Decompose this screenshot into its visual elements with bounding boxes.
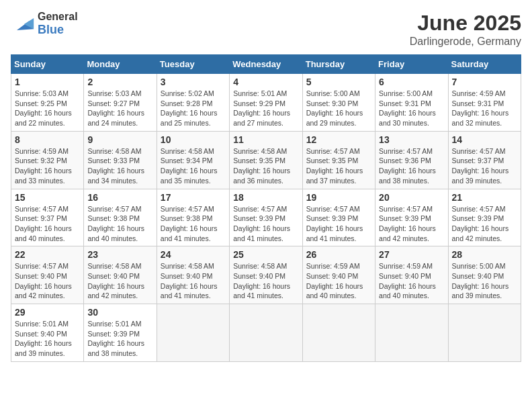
week-row-3: 15Sunrise: 4:57 AMSunset: 9:37 PMDayligh…: [11, 189, 521, 246]
day-info-14: Sunrise: 4:57 AMSunset: 9:37 PMDaylight:…: [452, 146, 517, 186]
week-row-1: 1Sunrise: 5:03 AMSunset: 9:25 PMDaylight…: [11, 74, 521, 132]
day-cell-3: 3Sunrise: 5:02 AMSunset: 9:28 PMDaylight…: [157, 74, 229, 132]
header-saturday: Saturday: [448, 55, 521, 74]
empty-cell: [448, 304, 521, 362]
day-number-23: 23: [87, 249, 152, 260]
day-number-25: 25: [233, 249, 298, 260]
day-cell-10: 10Sunrise: 4:58 AMSunset: 9:34 PMDayligh…: [157, 131, 229, 189]
day-number-2: 2: [87, 77, 152, 87]
day-cell-7: 7Sunrise: 4:59 AMSunset: 9:31 PMDaylight…: [448, 74, 521, 132]
day-info-8: Sunrise: 4:59 AMSunset: 9:32 PMDaylight:…: [15, 146, 80, 186]
empty-cell: [302, 304, 375, 362]
day-number-5: 5: [306, 77, 371, 87]
header-wednesday: Wednesday: [230, 55, 302, 74]
day-cell-19: 19Sunrise: 4:57 AMSunset: 9:39 PMDayligh…: [302, 189, 375, 246]
day-cell-18: 18Sunrise: 4:57 AMSunset: 9:39 PMDayligh…: [230, 189, 302, 246]
day-cell-21: 21Sunrise: 4:57 AMSunset: 9:39 PMDayligh…: [448, 189, 521, 246]
day-info-25: Sunrise: 4:58 AMSunset: 9:40 PMDaylight:…: [233, 261, 298, 301]
day-number-18: 18: [233, 192, 298, 203]
day-info-12: Sunrise: 4:57 AMSunset: 9:35 PMDaylight:…: [306, 146, 371, 186]
day-cell-4: 4Sunrise: 5:01 AMSunset: 9:29 PMDaylight…: [230, 74, 302, 132]
day-number-21: 21: [452, 192, 517, 203]
day-number-7: 7: [452, 77, 517, 87]
day-cell-11: 11Sunrise: 4:58 AMSunset: 9:35 PMDayligh…: [230, 131, 302, 189]
day-info-9: Sunrise: 4:58 AMSunset: 9:33 PMDaylight:…: [87, 146, 152, 186]
empty-cell: [375, 304, 448, 362]
logo-text: General Blue: [38, 11, 78, 37]
day-number-29: 29: [15, 307, 80, 318]
day-info-11: Sunrise: 4:58 AMSunset: 9:35 PMDaylight:…: [233, 146, 298, 186]
day-info-19: Sunrise: 4:57 AMSunset: 9:39 PMDaylight:…: [306, 204, 371, 244]
day-number-27: 27: [379, 249, 444, 260]
day-cell-23: 23Sunrise: 4:58 AMSunset: 9:40 PMDayligh…: [84, 246, 157, 304]
day-number-8: 8: [15, 134, 80, 145]
day-cell-24: 24Sunrise: 4:58 AMSunset: 9:40 PMDayligh…: [157, 246, 229, 304]
logo-blue-text: Blue: [38, 23, 78, 37]
day-number-28: 28: [452, 249, 517, 260]
logo-general-text: General: [38, 11, 78, 23]
day-info-26: Sunrise: 4:59 AMSunset: 9:40 PMDaylight:…: [306, 261, 371, 301]
calendar: Sunday Monday Tuesday Wednesday Thursday…: [11, 54, 521, 362]
day-number-11: 11: [233, 134, 298, 145]
day-number-26: 26: [306, 249, 371, 260]
header: General Blue June 2025 Darlingerode, Ger…: [11, 11, 521, 48]
weekday-header-row: Sunday Monday Tuesday Wednesday Thursday…: [11, 55, 521, 74]
day-info-17: Sunrise: 4:57 AMSunset: 9:38 PMDaylight:…: [161, 204, 226, 244]
logo-icon: [11, 12, 35, 36]
day-info-27: Sunrise: 4:59 AMSunset: 9:40 PMDaylight:…: [379, 261, 444, 301]
day-number-17: 17: [161, 192, 226, 203]
day-info-18: Sunrise: 4:57 AMSunset: 9:39 PMDaylight:…: [233, 204, 298, 244]
day-info-23: Sunrise: 4:58 AMSunset: 9:40 PMDaylight:…: [87, 261, 152, 301]
header-sunday: Sunday: [11, 55, 84, 74]
location-title: Darlingerode, Germany: [410, 36, 521, 48]
day-number-15: 15: [15, 192, 80, 203]
day-info-28: Sunrise: 5:00 AMSunset: 9:40 PMDaylight:…: [452, 261, 517, 301]
day-cell-8: 8Sunrise: 4:59 AMSunset: 9:32 PMDaylight…: [11, 131, 84, 189]
header-friday: Friday: [375, 55, 448, 74]
day-info-10: Sunrise: 4:58 AMSunset: 9:34 PMDaylight:…: [161, 146, 226, 186]
day-cell-9: 9Sunrise: 4:58 AMSunset: 9:33 PMDaylight…: [84, 131, 157, 189]
day-info-16: Sunrise: 4:57 AMSunset: 9:38 PMDaylight:…: [87, 204, 152, 244]
day-info-15: Sunrise: 4:57 AMSunset: 9:37 PMDaylight:…: [15, 204, 80, 244]
logo: General Blue: [11, 11, 78, 37]
day-cell-15: 15Sunrise: 4:57 AMSunset: 9:37 PMDayligh…: [11, 189, 84, 246]
day-cell-17: 17Sunrise: 4:57 AMSunset: 9:38 PMDayligh…: [157, 189, 229, 246]
day-info-4: Sunrise: 5:01 AMSunset: 9:29 PMDaylight:…: [233, 89, 298, 128]
header-monday: Monday: [84, 55, 157, 74]
day-cell-16: 16Sunrise: 4:57 AMSunset: 9:38 PMDayligh…: [84, 189, 157, 246]
day-cell-12: 12Sunrise: 4:57 AMSunset: 9:35 PMDayligh…: [302, 131, 375, 189]
day-number-10: 10: [161, 134, 226, 145]
day-info-1: Sunrise: 5:03 AMSunset: 9:25 PMDaylight:…: [15, 89, 80, 128]
week-row-4: 22Sunrise: 4:57 AMSunset: 9:40 PMDayligh…: [11, 246, 521, 304]
day-info-6: Sunrise: 5:00 AMSunset: 9:31 PMDaylight:…: [379, 89, 444, 128]
day-number-9: 9: [87, 134, 152, 145]
day-cell-1: 1Sunrise: 5:03 AMSunset: 9:25 PMDaylight…: [11, 74, 84, 132]
day-cell-22: 22Sunrise: 4:57 AMSunset: 9:40 PMDayligh…: [11, 246, 84, 304]
day-info-24: Sunrise: 4:58 AMSunset: 9:40 PMDaylight:…: [161, 261, 226, 301]
day-number-1: 1: [15, 77, 80, 87]
empty-cell: [230, 304, 302, 362]
day-info-22: Sunrise: 4:57 AMSunset: 9:40 PMDaylight:…: [15, 261, 80, 301]
day-info-2: Sunrise: 5:03 AMSunset: 9:27 PMDaylight:…: [87, 89, 152, 128]
day-cell-29: 29Sunrise: 5:01 AMSunset: 9:40 PMDayligh…: [11, 304, 84, 362]
header-tuesday: Tuesday: [157, 55, 229, 74]
day-cell-30: 30Sunrise: 5:01 AMSunset: 9:39 PMDayligh…: [84, 304, 157, 362]
week-row-5: 29Sunrise: 5:01 AMSunset: 9:40 PMDayligh…: [11, 304, 521, 362]
day-cell-27: 27Sunrise: 4:59 AMSunset: 9:40 PMDayligh…: [375, 246, 448, 304]
day-number-19: 19: [306, 192, 371, 203]
month-title: June 2025: [410, 11, 521, 36]
day-info-7: Sunrise: 4:59 AMSunset: 9:31 PMDaylight:…: [452, 89, 517, 128]
day-number-6: 6: [379, 77, 444, 87]
day-info-30: Sunrise: 5:01 AMSunset: 9:39 PMDaylight:…: [87, 319, 152, 359]
day-cell-6: 6Sunrise: 5:00 AMSunset: 9:31 PMDaylight…: [375, 74, 448, 132]
day-number-3: 3: [161, 77, 226, 87]
day-number-24: 24: [161, 249, 226, 260]
day-info-3: Sunrise: 5:02 AMSunset: 9:28 PMDaylight:…: [161, 89, 226, 128]
day-cell-28: 28Sunrise: 5:00 AMSunset: 9:40 PMDayligh…: [448, 246, 521, 304]
day-cell-2: 2Sunrise: 5:03 AMSunset: 9:27 PMDaylight…: [84, 74, 157, 132]
day-info-13: Sunrise: 4:57 AMSunset: 9:36 PMDaylight:…: [379, 146, 444, 186]
day-cell-26: 26Sunrise: 4:59 AMSunset: 9:40 PMDayligh…: [302, 246, 375, 304]
day-number-12: 12: [306, 134, 371, 145]
day-cell-25: 25Sunrise: 4:58 AMSunset: 9:40 PMDayligh…: [230, 246, 302, 304]
day-cell-5: 5Sunrise: 5:00 AMSunset: 9:30 PMDaylight…: [302, 74, 375, 132]
